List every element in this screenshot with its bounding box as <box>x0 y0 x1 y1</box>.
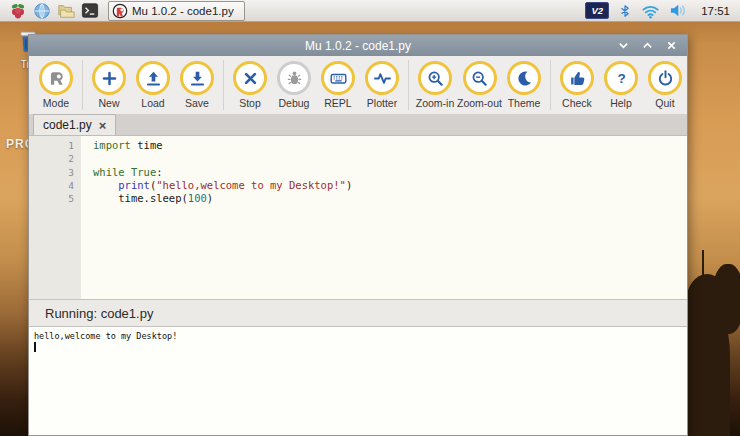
zoom-out-button-ring <box>463 61 497 95</box>
taskbar: Mu 1.0.2 - code1.py V2 17:51 <box>0 0 740 22</box>
toolbar-group-separator <box>223 60 224 110</box>
maximize-window-button[interactable] <box>642 40 653 51</box>
zoom-out-icon <box>470 69 489 88</box>
toolbar-group-separator <box>408 60 409 110</box>
debug-button-label: Debug <box>279 97 310 109</box>
repl-button-label: REPL <box>324 97 351 109</box>
thumbs-up-icon <box>568 69 587 88</box>
debug-button-ring <box>277 61 311 95</box>
console-cursor <box>34 342 36 352</box>
save-button[interactable]: Save <box>175 61 219 109</box>
window-title: Mu 1.0.2 - code1.py <box>29 39 687 53</box>
mu-app-icon <box>112 3 128 19</box>
taskbar-app-button[interactable]: Mu 1.0.2 - code1.py <box>108 1 245 21</box>
zoom-in-button[interactable]: Zoom-in <box>413 61 457 109</box>
save-button-label: Save <box>185 97 209 109</box>
shade-window-button[interactable] <box>618 40 629 51</box>
plotter-button[interactable]: Plotter <box>360 61 404 109</box>
volume-icon[interactable] <box>669 2 688 19</box>
load-button[interactable]: Load <box>131 61 175 109</box>
code-token: while <box>93 166 125 178</box>
code-token: "hello,welcome to my Desktop!" <box>156 179 346 191</box>
code-editor[interactable]: 12345 import time while True: print("hel… <box>29 136 687 299</box>
vnc-tray-icon[interactable]: V2 <box>585 2 609 19</box>
code-token: ) <box>346 179 352 191</box>
mu-editor-window: Mu 1.0.2 - code1.py ModeNewLoadSaveStopD… <box>28 34 688 436</box>
stop-button[interactable]: Stop <box>228 61 272 109</box>
question-icon: ? <box>612 69 631 88</box>
taskbar-app-label: Mu 1.0.2 - code1.py <box>132 5 234 17</box>
code-token: True <box>131 166 156 178</box>
runner-console[interactable]: hello,welcome to my Desktop! <box>29 327 687 435</box>
plotter-button-label: Plotter <box>367 97 397 109</box>
zoom-in-icon <box>426 69 445 88</box>
plotter-button-ring <box>365 61 399 95</box>
code-line: import time <box>93 139 687 152</box>
check-button[interactable]: Check <box>555 61 599 109</box>
load-button-ring <box>136 61 170 95</box>
help-button-label: Help <box>610 97 632 109</box>
file-manager-launcher[interactable] <box>54 1 78 21</box>
mode-button[interactable]: Mode <box>34 61 78 109</box>
mode-button-ring <box>39 61 73 95</box>
console-output-line: hello,welcome to my Desktop! <box>34 331 687 342</box>
download-icon <box>188 69 207 88</box>
mu-logo-icon <box>47 69 66 88</box>
code-token: print <box>118 179 150 191</box>
power-icon <box>656 69 675 88</box>
new-button[interactable]: New <box>87 61 131 109</box>
tab-label: code1.py <box>43 118 92 132</box>
runner-pane-header: Running: code1.py <box>29 299 687 327</box>
bug-icon <box>285 69 304 88</box>
zoom-in-button-label: Zoom-in <box>416 97 455 109</box>
help-button[interactable]: ?Help <box>599 61 643 109</box>
stop-button-ring <box>233 61 267 95</box>
code-token: time <box>131 139 163 151</box>
check-button-label: Check <box>562 97 592 109</box>
browser-launcher[interactable] <box>30 1 54 21</box>
runner-title: Running: code1.py <box>45 306 153 321</box>
code-area[interactable]: import time while True: print("hello,wel… <box>81 136 687 299</box>
code-token: ) <box>207 192 213 204</box>
moon-icon <box>515 69 534 88</box>
tree-silhouette <box>712 264 740 334</box>
repl-button-ring <box>321 61 355 95</box>
line-number-margin: 12345 <box>29 136 81 299</box>
line-number: 1 <box>29 139 74 152</box>
toolbar-group-separator <box>550 60 551 110</box>
zoom-in-button-ring <box>418 61 452 95</box>
taskbar-clock: 17:51 <box>697 5 730 17</box>
bluetooth-icon[interactable] <box>618 2 632 20</box>
code-token: 100 <box>188 192 207 204</box>
code-line: time.sleep(100) <box>93 192 687 205</box>
svg-text:?: ? <box>617 70 625 85</box>
tab-close-icon[interactable]: × <box>99 119 107 132</box>
quit-button-label: Quit <box>655 97 674 109</box>
code-token <box>93 192 118 204</box>
check-button-ring <box>560 61 594 95</box>
debug-button[interactable]: Debug <box>272 61 316 109</box>
raspberry-menu-button[interactable] <box>6 1 30 21</box>
wifi-icon[interactable] <box>641 2 660 20</box>
waveform-icon <box>373 69 392 88</box>
load-button-label: Load <box>141 97 164 109</box>
terminal-icon <box>81 2 99 19</box>
code-line: while True: <box>93 166 687 179</box>
tab-code1-py[interactable]: code1.py × <box>33 114 116 135</box>
line-number: 2 <box>29 152 74 165</box>
taskbar-tray: V2 17:51 <box>585 2 734 20</box>
mu-toolbar: ModeNewLoadSaveStopDebugREPLPlotterZoom-… <box>29 56 687 114</box>
window-titlebar[interactable]: Mu 1.0.2 - code1.py <box>29 35 687 56</box>
terminal-launcher[interactable] <box>78 1 102 21</box>
stop-button-label: Stop <box>239 97 261 109</box>
mode-button-label: Mode <box>43 97 69 109</box>
code-token: : <box>156 166 162 178</box>
close-window-button[interactable] <box>666 40 677 51</box>
zoom-out-button[interactable]: Zoom-out <box>457 61 502 109</box>
line-number: 5 <box>29 192 74 205</box>
raspberry-icon <box>9 2 27 20</box>
quit-button[interactable]: Quit <box>643 61 687 109</box>
theme-button[interactable]: Theme <box>502 61 546 109</box>
repl-button[interactable]: REPL <box>316 61 360 109</box>
keyboard-icon <box>329 69 348 88</box>
